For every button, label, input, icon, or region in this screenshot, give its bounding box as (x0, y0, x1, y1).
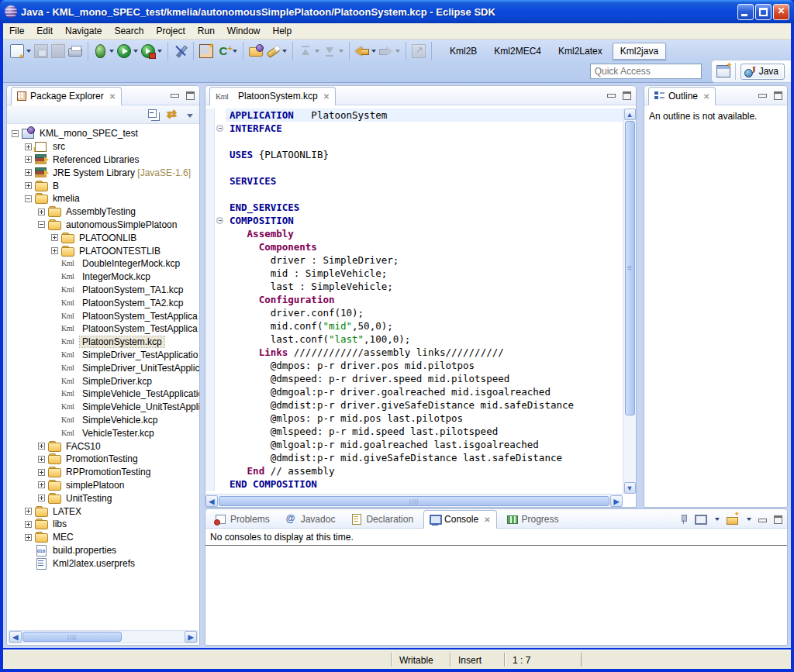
code-area[interactable]: APPLICATION PlatoonSystemINTERFACEUSES {… (205, 109, 623, 494)
tree-item-kml2latex-userprefs[interactable]: Kml2latex.userprefs (7, 557, 199, 570)
expand-icon[interactable] (25, 169, 32, 176)
tree-item-platoonsystem-kcp[interactable]: PlatoonSystem.kcp (7, 336, 199, 349)
display-console-icon[interactable] (695, 515, 706, 524)
tree-item-platoonsystem-ta2-kcp[interactable]: PlatoonSystem_TA2.kcp (7, 296, 199, 309)
scroll-up-icon[interactable]: ▲ (624, 109, 636, 120)
tree-item-rppromotiontesting[interactable]: RPPromotionTesting (7, 466, 199, 479)
run-external-dropdown-icon[interactable] (157, 50, 162, 53)
expand-icon[interactable] (25, 143, 32, 150)
tree-item-jre-system-library[interactable]: JRE System Library [JavaSE-1.6] (7, 166, 199, 179)
code-line[interactable]: driver : SimpleDriver; (205, 253, 623, 267)
expand-icon[interactable] (25, 534, 32, 541)
editor-tab[interactable]: PlatoonSystem.kcp ✕ (209, 87, 336, 105)
expand-icon[interactable] (51, 247, 58, 254)
console-tab-progress[interactable]: Progress (501, 510, 565, 529)
tree-item-assemblytesting[interactable]: AssemblyTesting (7, 205, 199, 219)
tree-item-simplevehicle-kcp[interactable]: SimpleVehicle.kcp (7, 414, 199, 427)
prev-annotation-dropdown-icon[interactable] (315, 50, 319, 53)
code-line[interactable]: @mlgoal:p-r mid.goalreached last.isgoalr… (205, 438, 623, 451)
expand-icon[interactable] (38, 208, 45, 215)
tree-item-b[interactable]: B (7, 179, 199, 192)
vscroll-thumb[interactable] (625, 121, 635, 415)
expand-icon[interactable] (38, 469, 45, 476)
tree-item-referenced-libraries[interactable]: Referenced Libraries (7, 153, 199, 167)
menu-file[interactable]: File (3, 24, 30, 38)
collapse-icon[interactable] (12, 130, 19, 137)
tree-item-facs10[interactable]: FACS10 (7, 439, 199, 453)
tree-item-doubleintegermock-kcp[interactable]: DoubleIntegerMock.kcp (7, 257, 199, 271)
code-line[interactable]: @dmdist:p-r driver.giveSafeDistance mid.… (205, 398, 623, 412)
open-console-dropdown-icon[interactable] (747, 518, 751, 521)
package-explorer-minimize-button[interactable] (171, 94, 179, 98)
java-perspective-button[interactable]: Java (740, 64, 785, 80)
tree-item-kmelia[interactable]: kmelia (7, 192, 199, 205)
menu-search[interactable]: Search (108, 24, 150, 38)
editor-vscrollbar[interactable]: ▲ ▼ (623, 109, 636, 494)
expand-icon[interactable] (38, 495, 45, 501)
next-annotation-dropdown-icon[interactable] (339, 50, 343, 53)
link-with-editor-button[interactable] (410, 43, 427, 59)
new-wizard-dropdown-icon[interactable] (26, 50, 31, 53)
code-line[interactable]: END COMPOSITION (205, 477, 623, 491)
code-line[interactable]: @dmdist:p-r mid.giveSafeDistance last.sa… (205, 451, 623, 464)
editor-hscrollbar[interactable]: ◀ ▶ (205, 494, 623, 507)
collapse-fold-icon[interactable] (216, 217, 223, 224)
code-line[interactable]: @mlspeed: p-r mid.speed last.pilotspeed (205, 425, 623, 438)
editor-tab-close-icon[interactable]: ✕ (323, 92, 330, 101)
expand-icon[interactable] (51, 234, 58, 241)
menu-help[interactable]: Help (267, 24, 299, 38)
tree-item-integermock-kcp[interactable]: IntegerMock.kcp (7, 271, 199, 284)
menu-navigate[interactable]: Navigate (59, 24, 108, 38)
scroll-left-icon[interactable]: ◀ (205, 495, 218, 507)
tree-item-simpledriver-kcp[interactable]: SimpleDriver.kcp (7, 374, 199, 388)
minimize-window-button[interactable] (737, 4, 754, 20)
code-line[interactable]: APPLICATION PlatoonSystem (205, 109, 623, 122)
menu-edit[interactable]: Edit (30, 24, 59, 38)
tree-item-autonomoussimpleplatoon[interactable]: autonomousSimplePlatoon (7, 219, 199, 232)
quick-access-input[interactable] (590, 64, 702, 79)
display-console-dropdown-icon[interactable] (715, 518, 720, 521)
forward-button[interactable] (378, 43, 402, 59)
code-line[interactable]: @dmgoal:p-r driver.goalreached mid.isgoa… (205, 385, 623, 398)
tree-item-promotiontesting[interactable]: PromotionTesting (7, 453, 199, 466)
code-line[interactable]: last.conf("last",100,0); (205, 333, 623, 346)
print-button[interactable] (67, 45, 84, 57)
editor-maximize-button[interactable] (623, 91, 631, 100)
collapse-fold-icon[interactable] (216, 125, 223, 132)
code-line[interactable]: @dmpos: p-r driver.pos mid.pilotpos (205, 359, 623, 372)
next-annotation-button[interactable] (321, 43, 345, 59)
package-explorer-maximize-button[interactable] (186, 91, 195, 100)
code-line[interactable] (205, 135, 623, 148)
hscroll-thumb[interactable] (219, 496, 609, 506)
expand-icon[interactable] (38, 481, 45, 488)
new-class-dropdown-icon[interactable] (233, 50, 237, 53)
save-button[interactable] (33, 43, 50, 59)
prev-annotation-button[interactable] (297, 43, 321, 59)
menu-window[interactable]: Window (221, 24, 267, 38)
code-line[interactable]: driver.conf(10); (205, 306, 623, 319)
code-line[interactable]: @dmspeed: p-r driver.speed mid.pilotspee… (205, 372, 623, 385)
package-explorer-hscrollbar[interactable]: ◀ ▶ (9, 630, 198, 643)
code-line[interactable]: Links ////////////assembly links////////… (205, 346, 623, 359)
open-task-button[interactable] (247, 43, 264, 59)
run-external-button[interactable] (140, 43, 164, 59)
editor-minimize-button[interactable] (607, 94, 616, 98)
code-line[interactable]: last : SimpleVehicle; (205, 280, 623, 293)
link-with-editor-icon[interactable] (167, 109, 179, 120)
code-line[interactable]: INTERFACE (205, 122, 623, 135)
scroll-left-icon[interactable]: ◀ (9, 631, 22, 643)
kml-button-kml2latex[interactable]: Kml2Latex (551, 43, 609, 59)
close-window-button[interactable]: ✕ (773, 4, 789, 20)
code-line[interactable]: END_SERVICES (205, 201, 623, 214)
console-tab-javadoc[interactable]: Javadoc (280, 510, 342, 529)
outline-close-icon[interactable]: ✕ (703, 92, 709, 101)
tree-item-platoonsystem-ta1-kcp[interactable]: PlatoonSystem_TA1.kcp (7, 284, 199, 297)
maximize-window-button[interactable] (755, 4, 772, 20)
tree-item-src[interactable]: src (7, 140, 199, 153)
scroll-down-icon[interactable]: ▼ (624, 482, 636, 494)
code-line[interactable]: COMPOSITION (205, 214, 623, 227)
scroll-right-icon[interactable]: ▶ (185, 631, 197, 643)
tree-item-platoonsystem-testapplica[interactable]: PlatoonSystem_TestApplica (7, 322, 199, 336)
code-line[interactable]: Components (205, 240, 623, 253)
code-line[interactable]: mid : SimpleVehicle; (205, 267, 623, 280)
